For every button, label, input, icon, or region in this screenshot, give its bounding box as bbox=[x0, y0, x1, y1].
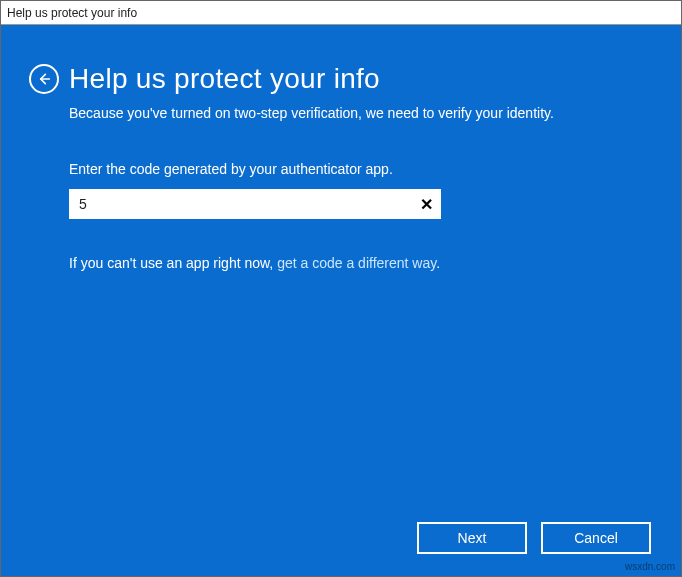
button-row: Next Cancel bbox=[417, 522, 651, 554]
help-prefix: If you can't use an app right now, bbox=[69, 255, 277, 271]
code-label: Enter the code generated by your authent… bbox=[69, 161, 641, 177]
titlebar: Help us protect your info bbox=[1, 1, 681, 25]
help-suffix: . bbox=[436, 255, 440, 271]
cancel-button[interactable]: Cancel bbox=[541, 522, 651, 554]
header-row: Help us protect your info bbox=[29, 63, 641, 95]
alt-code-link[interactable]: get a code a different way bbox=[277, 255, 436, 271]
clear-input-button[interactable]: ✕ bbox=[413, 191, 439, 217]
page-title: Help us protect your info bbox=[69, 63, 380, 95]
window-title: Help us protect your info bbox=[7, 6, 137, 20]
code-input[interactable] bbox=[71, 191, 413, 217]
dialog-window: Help us protect your info Help us protec… bbox=[0, 0, 682, 577]
page-subtitle: Because you've turned on two-step verifi… bbox=[69, 105, 641, 121]
help-text: If you can't use an app right now, get a… bbox=[69, 255, 641, 271]
content-area: Help us protect your info Because you've… bbox=[1, 25, 681, 576]
next-button[interactable]: Next bbox=[417, 522, 527, 554]
back-arrow-icon bbox=[36, 71, 52, 87]
code-input-wrap: ✕ bbox=[69, 189, 441, 219]
back-button[interactable] bbox=[29, 64, 59, 94]
watermark: wsxdn.com bbox=[625, 561, 675, 572]
close-icon: ✕ bbox=[420, 195, 433, 214]
